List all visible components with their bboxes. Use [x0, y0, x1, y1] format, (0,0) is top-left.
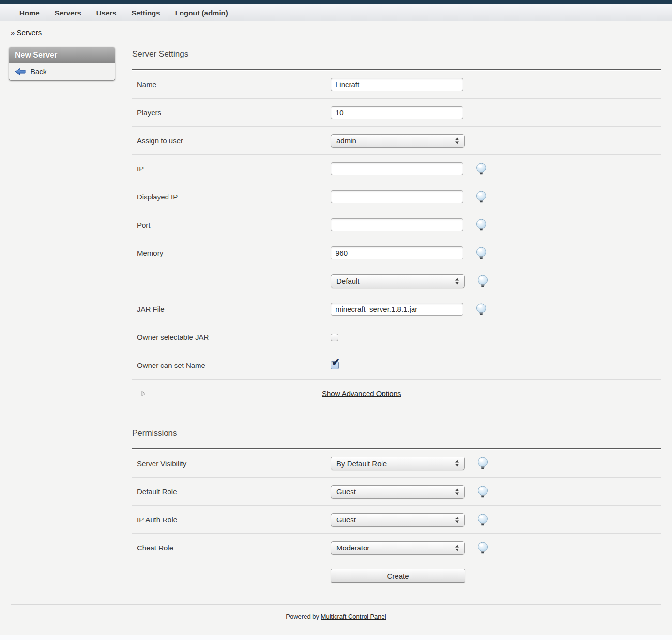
form-row-ip: IP: [132, 154, 661, 183]
multicraft-link[interactable]: Multicraft Control Panel: [321, 613, 386, 620]
hint-bulb-icon[interactable]: [477, 457, 488, 470]
hint-bulb-icon[interactable]: [476, 303, 487, 316]
ip-input[interactable]: [331, 162, 463, 175]
form-row-cheat-role: Cheat Role Moderator: [132, 533, 661, 562]
form-row-name: Name: [132, 70, 661, 98]
form-row-players: Players: [132, 98, 661, 126]
select-stepper-icon: [455, 517, 459, 523]
default-role-select[interactable]: Guest: [331, 485, 465, 499]
form-row-owner-can-set-name: Owner can set Name ✔: [132, 351, 661, 379]
breadcrumb-symbol: »: [11, 29, 15, 37]
form-row-port: Port: [132, 211, 661, 239]
nav-item-settings[interactable]: Settings: [131, 9, 160, 17]
breadcrumb-link-servers[interactable]: Servers: [17, 29, 42, 37]
jar-file-input[interactable]: [331, 303, 463, 316]
hint-bulb-icon[interactable]: [477, 542, 488, 554]
assign-to-user-value: admin: [336, 137, 356, 145]
owner-can-set-name-label: Owner can set Name: [132, 361, 331, 369]
port-label: Port: [132, 221, 331, 229]
jar-file-label: JAR File: [132, 305, 331, 313]
form-row-ip-auth-role: IP Auth Role Guest: [132, 505, 661, 533]
form-row-server-visibility: Server Visibility By Default Role: [132, 449, 661, 477]
displayed-ip-label: Displayed IP: [132, 193, 331, 201]
assign-to-user-select[interactable]: admin: [331, 134, 465, 148]
form-row-displayed-ip: Displayed IP: [132, 183, 661, 211]
hint-bulb-icon[interactable]: [476, 191, 487, 203]
checkmark-icon: ✔: [332, 357, 340, 367]
default-role-value: Guest: [336, 488, 356, 496]
breadcrumb: » Servers: [0, 21, 672, 40]
server-settings-title: Server Settings: [132, 49, 661, 69]
form-row-owner-selectable-jar: Owner selectable JAR: [132, 323, 661, 351]
select-stepper-icon: [455, 460, 459, 467]
hint-bulb-icon[interactable]: [477, 486, 488, 498]
panel-title: New Server: [9, 47, 115, 63]
nav-item-users[interactable]: Users: [96, 9, 117, 17]
ip-auth-role-value: Guest: [336, 516, 356, 524]
hint-bulb-icon[interactable]: [476, 247, 487, 259]
new-server-panel: New Server Back: [9, 47, 115, 81]
back-button-label: Back: [31, 67, 46, 76]
show-advanced-options-link[interactable]: Show Advanced Options: [322, 389, 401, 397]
back-arrow-icon: [15, 68, 26, 76]
memory-input[interactable]: [331, 246, 463, 259]
form-row-memory: Memory: [132, 239, 661, 267]
default-role-label: Default Role: [132, 488, 331, 496]
cheat-role-label: Cheat Role: [132, 544, 331, 552]
bottom-edge-strip: [0, 635, 672, 640]
owner-selectable-jar-label: Owner selectable JAR: [132, 333, 331, 341]
jar-default-value: Default: [336, 277, 360, 285]
ip-auth-role-label: IP Auth Role: [132, 516, 331, 524]
cheat-role-select[interactable]: Moderator: [331, 541, 465, 555]
create-button[interactable]: Create: [331, 569, 465, 583]
form-row-jar-default: Default: [132, 267, 661, 295]
port-input[interactable]: [331, 218, 463, 231]
cheat-role-value: Moderator: [336, 544, 369, 552]
select-stepper-icon: [455, 278, 459, 284]
select-stepper-icon: [455, 488, 459, 495]
players-label: Players: [132, 108, 331, 117]
nav-item-logout[interactable]: Logout (admin): [175, 9, 228, 17]
jar-default-select[interactable]: Default: [331, 274, 465, 288]
form-row-create: Create: [132, 562, 661, 590]
footer-divider: [11, 604, 661, 605]
players-input[interactable]: [331, 106, 463, 119]
server-visibility-value: By Default Role: [336, 459, 387, 468]
nav-item-home[interactable]: Home: [19, 9, 40, 17]
name-label: Name: [132, 80, 331, 89]
form-row-jar-file: JAR File: [132, 295, 661, 323]
select-stepper-icon: [455, 137, 459, 144]
form-row-advanced: Show Advanced Options: [132, 379, 661, 407]
select-stepper-icon: [455, 545, 459, 551]
nav-item-servers[interactable]: Servers: [55, 9, 81, 17]
main-navbar: Home Servers Users Settings Logout (admi…: [0, 4, 672, 21]
displayed-ip-input[interactable]: [331, 190, 463, 203]
hint-bulb-icon[interactable]: [476, 163, 487, 175]
hint-bulb-icon[interactable]: [476, 219, 487, 231]
server-visibility-select[interactable]: By Default Role: [331, 457, 465, 470]
ip-auth-role-select[interactable]: Guest: [331, 513, 465, 527]
permissions-title: Permissions: [132, 428, 661, 448]
back-button[interactable]: Back: [9, 63, 115, 80]
top-accent-bar: [0, 0, 672, 4]
hint-bulb-icon[interactable]: [477, 275, 488, 288]
owner-selectable-jar-checkbox[interactable]: [331, 334, 338, 341]
powered-by-text: Powered by: [286, 613, 319, 620]
server-visibility-label: Server Visibility: [132, 459, 331, 468]
ip-label: IP: [132, 165, 331, 173]
owner-can-set-name-checkbox[interactable]: ✔: [331, 361, 339, 369]
form-row-assign-user: Assign to user admin: [132, 126, 661, 154]
main-content: Server Settings Name Players Assign to u…: [132, 40, 661, 590]
assign-to-user-label: Assign to user: [132, 137, 331, 145]
hint-bulb-icon[interactable]: [477, 514, 488, 526]
server-settings-form: Name Players Assign to user admin IP: [132, 70, 661, 407]
form-row-default-role: Default Role Guest: [132, 477, 661, 505]
memory-label: Memory: [132, 249, 331, 257]
name-input[interactable]: [331, 78, 463, 91]
permissions-form: Server Visibility By Default Role Defaul…: [132, 449, 661, 590]
footer: Powered by Multicraft Control Panel: [0, 613, 672, 620]
disclosure-triangle-icon[interactable]: [141, 391, 146, 396]
